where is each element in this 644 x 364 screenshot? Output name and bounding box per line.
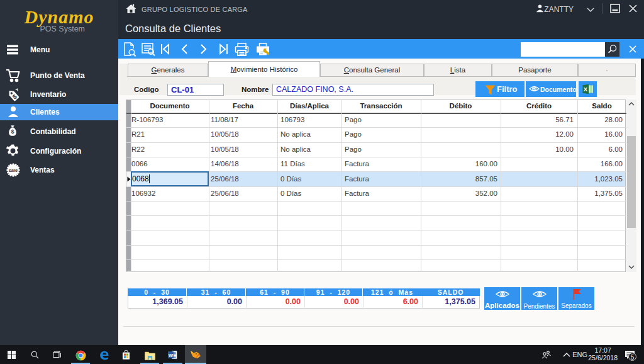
svg-text:X: X <box>584 86 588 93</box>
svg-text:$: $ <box>11 128 14 135</box>
svg-text:sale: sale <box>9 168 18 173</box>
svg-text:W: W <box>169 353 174 358</box>
